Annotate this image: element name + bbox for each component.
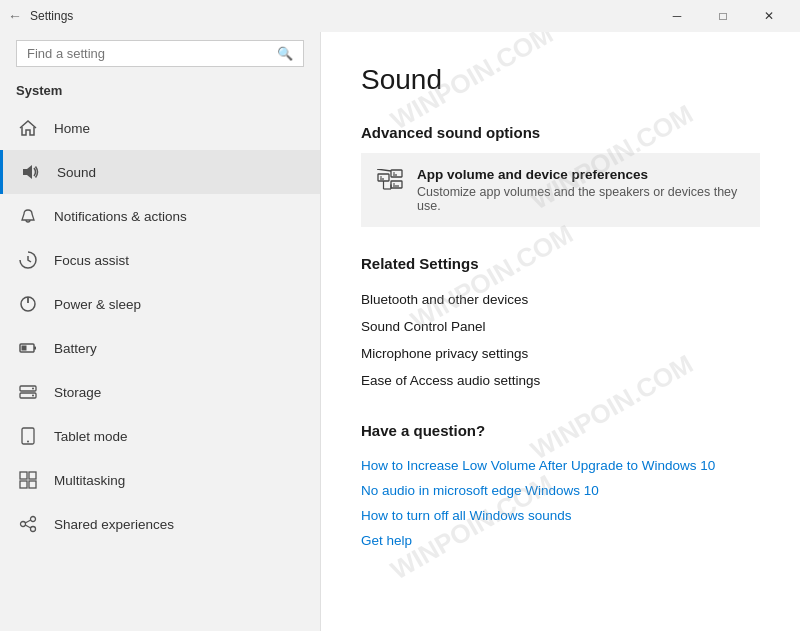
svg-line-21	[25, 525, 31, 528]
sidebar-item-storage-label: Storage	[54, 385, 101, 400]
sidebar-item-battery-label: Battery	[54, 341, 97, 356]
question-link-4[interactable]: Get help	[361, 528, 760, 553]
back-button[interactable]: ←	[8, 8, 22, 24]
multitasking-icon	[16, 468, 40, 492]
sidebar-item-tablet-label: Tablet mode	[54, 429, 128, 444]
storage-icon	[16, 380, 40, 404]
related-link-microphone[interactable]: Microphone privacy settings	[361, 340, 760, 367]
minimize-button[interactable]: ─	[654, 0, 700, 32]
sidebar-item-notifications[interactable]: Notifications & actions	[0, 194, 320, 238]
sidebar-item-shared-label: Shared experiences	[54, 517, 174, 532]
svg-rect-5	[34, 347, 36, 350]
svg-rect-0	[23, 169, 27, 175]
close-button[interactable]: ✕	[746, 0, 792, 32]
sidebar: 🔍 System Home S	[0, 32, 320, 631]
question-heading: Have a question?	[361, 422, 760, 439]
svg-rect-29	[391, 181, 402, 188]
svg-point-12	[27, 441, 29, 443]
sidebar-item-storage[interactable]: Storage	[0, 370, 320, 414]
advanced-card-icon	[377, 169, 403, 191]
svg-rect-15	[20, 481, 27, 488]
sound-icon	[19, 160, 43, 184]
svg-rect-14	[29, 472, 36, 479]
power-icon	[16, 292, 40, 316]
sidebar-item-notifications-label: Notifications & actions	[54, 209, 187, 224]
shared-icon	[16, 512, 40, 536]
advanced-card-title: App volume and device preferences	[417, 167, 744, 182]
svg-point-19	[31, 527, 36, 532]
titlebar: ← Settings ─ □ ✕	[0, 0, 800, 32]
sidebar-item-multitasking[interactable]: Multitasking	[0, 458, 320, 502]
related-link-bluetooth[interactable]: Bluetooth and other devices	[361, 286, 760, 313]
svg-line-20	[25, 520, 31, 523]
svg-line-25	[377, 169, 391, 171]
svg-rect-26	[391, 170, 402, 177]
sidebar-item-shared[interactable]: Shared experiences	[0, 502, 320, 546]
question-link-3[interactable]: How to turn off all Windows sounds	[361, 503, 760, 528]
app-container: 🔍 System Home S	[0, 32, 800, 631]
search-box[interactable]: 🔍	[16, 40, 304, 67]
titlebar-title: Settings	[30, 9, 654, 23]
search-input[interactable]	[27, 46, 277, 61]
svg-rect-22	[378, 174, 389, 181]
sidebar-item-sound[interactable]: Sound	[0, 150, 320, 194]
sidebar-item-sound-label: Sound	[57, 165, 96, 180]
sidebar-item-power[interactable]: Power & sleep	[0, 282, 320, 326]
svg-point-9	[32, 388, 34, 390]
notifications-icon	[16, 204, 40, 228]
battery-icon	[16, 336, 40, 360]
content-area: WINPOIN.COM WINPOIN.COM WINPOIN.COM WINP…	[320, 32, 800, 631]
sidebar-section-label: System	[0, 79, 320, 106]
sidebar-item-focus[interactable]: Focus assist	[0, 238, 320, 282]
related-section: Related Settings Bluetooth and other dev…	[361, 255, 760, 394]
related-link-sound-panel[interactable]: Sound Control Panel	[361, 313, 760, 340]
svg-point-17	[31, 517, 36, 522]
svg-marker-1	[27, 165, 32, 179]
home-icon	[16, 116, 40, 140]
svg-rect-16	[29, 481, 36, 488]
sidebar-item-multitasking-label: Multitasking	[54, 473, 125, 488]
related-section-heading: Related Settings	[361, 255, 760, 272]
svg-rect-6	[22, 346, 27, 351]
sidebar-item-focus-label: Focus assist	[54, 253, 129, 268]
advanced-section-heading: Advanced sound options	[361, 124, 760, 141]
question-link-2[interactable]: No audio in microsoft edge Windows 10	[361, 478, 760, 503]
focus-icon	[16, 248, 40, 272]
advanced-card[interactable]: App volume and device preferences Custom…	[361, 153, 760, 227]
page-title: Sound	[361, 64, 760, 96]
maximize-button[interactable]: □	[700, 0, 746, 32]
question-link-1[interactable]: How to Increase Low Volume After Upgrade…	[361, 453, 760, 478]
advanced-card-text: App volume and device preferences Custom…	[417, 167, 744, 213]
window-controls: ─ □ ✕	[654, 0, 792, 32]
tablet-icon	[16, 424, 40, 448]
sidebar-item-power-label: Power & sleep	[54, 297, 141, 312]
svg-point-18	[21, 522, 26, 527]
search-icon: 🔍	[277, 46, 293, 61]
related-link-ease-of-access[interactable]: Ease of Access audio settings	[361, 367, 760, 394]
advanced-card-desc: Customize app volumes and the speakers o…	[417, 185, 744, 213]
sidebar-item-tablet[interactable]: Tablet mode	[0, 414, 320, 458]
svg-point-10	[32, 395, 34, 397]
sidebar-item-home-label: Home	[54, 121, 90, 136]
sidebar-item-battery[interactable]: Battery	[0, 326, 320, 370]
svg-rect-13	[20, 472, 27, 479]
sidebar-item-home[interactable]: Home	[0, 106, 320, 150]
question-section: Have a question? How to Increase Low Vol…	[361, 422, 760, 553]
